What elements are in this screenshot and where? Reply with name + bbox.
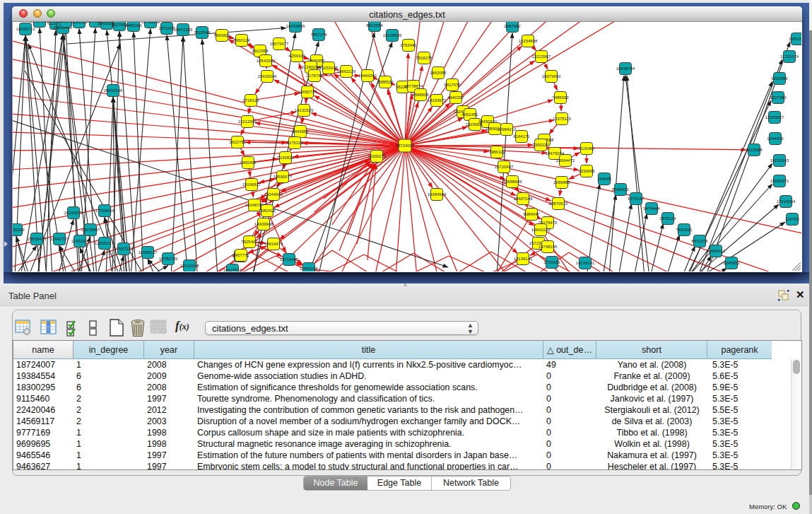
svg-text:9329966: 9329966 <box>771 76 788 81</box>
svg-text:3369227: 3369227 <box>532 143 549 147</box>
svg-text:9227343: 9227343 <box>770 95 787 100</box>
svg-text:14136141: 14136141 <box>576 261 595 265</box>
svg-text:116753: 116753 <box>785 217 799 221</box>
svg-text:1244415: 1244415 <box>767 136 784 141</box>
svg-text:4940397: 4940397 <box>447 95 464 100</box>
svg-text:14650734: 14650734 <box>298 90 317 94</box>
svg-text:14909948: 14909948 <box>254 222 273 226</box>
svg-text:3912954: 3912954 <box>252 49 269 53</box>
svg-text:15300275: 15300275 <box>367 154 387 158</box>
svg-text:6164171: 6164171 <box>513 134 530 139</box>
svg-text:13716485: 13716485 <box>280 257 299 262</box>
svg-text:4568605: 4568605 <box>412 93 429 97</box>
svg-text:12213369: 12213369 <box>238 119 257 124</box>
svg-text:9457771: 9457771 <box>233 253 249 257</box>
svg-text:2281037: 2281037 <box>789 37 801 41</box>
svg-text:26053346: 26053346 <box>104 88 123 93</box>
svg-text:10671355: 10671355 <box>174 28 193 32</box>
svg-text:12942737: 12942737 <box>50 237 69 241</box>
svg-text:164095: 164095 <box>597 177 612 181</box>
svg-text:10358137: 10358137 <box>139 250 158 255</box>
svg-text:9474444: 9474444 <box>643 206 660 211</box>
svg-text:17016504: 17016504 <box>777 199 796 204</box>
svg-text:20870515: 20870515 <box>549 201 568 206</box>
svg-text:7632621: 7632621 <box>676 228 693 232</box>
svg-text:12093827: 12093827 <box>765 115 784 119</box>
svg-text:17957223: 17957223 <box>114 247 134 251</box>
svg-text:9084047: 9084047 <box>523 212 540 216</box>
svg-text:19166827: 19166827 <box>242 182 261 187</box>
svg-text:7485063: 7485063 <box>552 95 569 100</box>
svg-text:16053809: 16053809 <box>286 24 305 28</box>
svg-text:8471676: 8471676 <box>691 239 708 243</box>
svg-text:1663055: 1663055 <box>430 71 447 75</box>
svg-text:2935114: 2935114 <box>660 216 677 221</box>
svg-text:3215958: 3215958 <box>746 148 763 152</box>
svg-text:7663822: 7663822 <box>213 33 230 37</box>
svg-text:10975867: 10975867 <box>81 228 100 232</box>
svg-text:6039695: 6039695 <box>578 169 595 173</box>
svg-text:9245652: 9245652 <box>723 261 740 265</box>
svg-text:1733426: 1733426 <box>543 260 560 264</box>
svg-text:8938923: 8938923 <box>612 187 629 192</box>
svg-text:2099883: 2099883 <box>553 180 570 185</box>
svg-text:19748195: 19748195 <box>539 245 558 249</box>
svg-text:1763941: 1763941 <box>400 43 417 47</box>
svg-text:2175745: 2175745 <box>306 74 323 78</box>
svg-text:11751074: 11751074 <box>780 54 799 59</box>
svg-text:14163972: 14163972 <box>428 98 447 103</box>
svg-text:19073477: 19073477 <box>270 42 289 46</box>
svg-text:16713348: 16713348 <box>141 22 160 24</box>
svg-text:14914479: 14914479 <box>264 242 283 246</box>
svg-text:8813054: 8813054 <box>366 23 383 28</box>
svg-text:19384504: 19384504 <box>428 192 447 197</box>
svg-text:21260294: 21260294 <box>302 65 321 69</box>
svg-text:1588520: 1588520 <box>377 80 394 84</box>
svg-text:1610755: 1610755 <box>229 140 246 144</box>
svg-text:114519.4: 114519.4 <box>71 239 89 243</box>
svg-text:4254104: 4254104 <box>288 54 305 58</box>
svg-text:1250515.5: 1250515.5 <box>95 241 115 245</box>
svg-text:12213967: 12213967 <box>532 54 551 59</box>
svg-text:16782759: 16782759 <box>159 257 178 261</box>
svg-text:1965498: 1965498 <box>240 160 257 165</box>
svg-text:14055713: 14055713 <box>16 27 35 31</box>
svg-text:19218506: 19218506 <box>383 33 402 37</box>
svg-text:7518275: 7518275 <box>416 56 433 60</box>
svg-text:8175310: 8175310 <box>286 141 303 145</box>
svg-text:5635209: 5635209 <box>13 228 25 232</box>
svg-text:17359934: 17359934 <box>95 209 114 213</box>
svg-text:20200578: 20200578 <box>64 211 83 215</box>
svg-text:16154808: 16154808 <box>519 39 538 43</box>
svg-text:16648784: 16648784 <box>616 66 635 71</box>
svg-text:23420046: 23420046 <box>258 74 277 78</box>
svg-text:22984213: 22984213 <box>498 127 517 132</box>
svg-text:25505433: 25505433 <box>28 237 47 241</box>
svg-text:23994472: 23994472 <box>556 158 575 163</box>
svg-text:18778574: 18778574 <box>404 84 423 88</box>
svg-text:7857274: 7857274 <box>310 33 327 37</box>
svg-text:8290519: 8290519 <box>71 22 88 24</box>
svg-text:9115460: 9115460 <box>579 146 596 151</box>
svg-text:16210643: 16210643 <box>770 158 789 163</box>
svg-text:12023448: 12023448 <box>180 264 199 268</box>
svg-text:7515546: 7515546 <box>194 30 211 35</box>
svg-text:14136141: 14136141 <box>514 257 533 261</box>
svg-text:2443959: 2443959 <box>292 129 309 134</box>
svg-text:10627619: 10627619 <box>223 268 242 271</box>
svg-text:14344500: 14344500 <box>264 192 283 197</box>
svg-text:10641029: 10641029 <box>531 228 551 232</box>
svg-text:3143823: 3143823 <box>277 156 294 160</box>
svg-text:26754952: 26754952 <box>30 22 49 23</box>
svg-text:2718126: 2718126 <box>242 98 259 103</box>
svg-text:2687682: 2687682 <box>504 24 521 28</box>
svg-text:10973493: 10973493 <box>542 74 561 78</box>
svg-text:19662129: 19662129 <box>337 69 356 74</box>
svg-text:7986322: 7986322 <box>488 150 505 154</box>
svg-text:10688609: 10688609 <box>503 180 522 184</box>
svg-text:14131529: 14131529 <box>295 108 314 112</box>
svg-text:8660124: 8660124 <box>233 38 250 42</box>
svg-text:6379197: 6379197 <box>628 197 645 201</box>
svg-text:2083419: 2083419 <box>259 209 276 213</box>
svg-text:18724007: 18724007 <box>396 144 415 148</box>
